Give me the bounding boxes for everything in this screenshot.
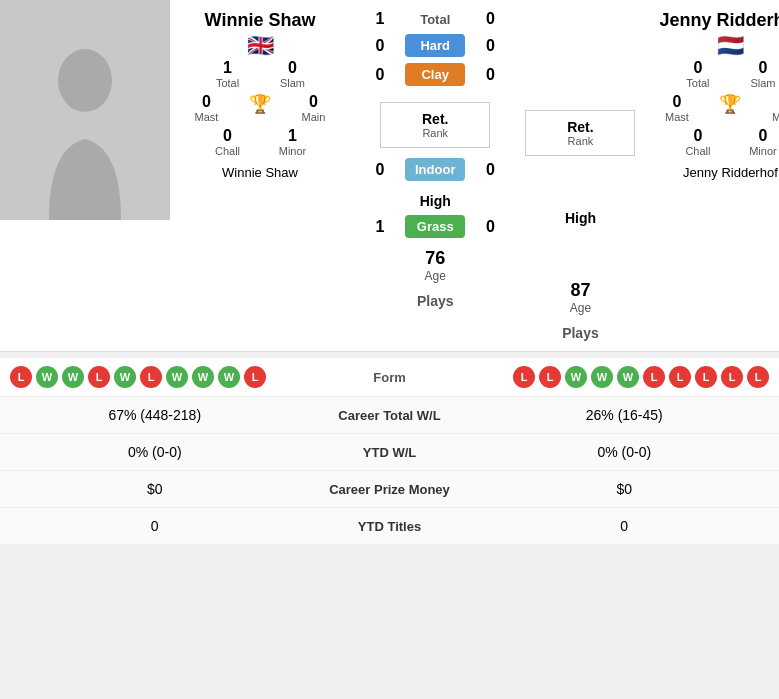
player2-info: Jenny Ridderhof 🇳🇱 0 Total 0 Slam 0 Mast… (640, 0, 779, 351)
grass-btn[interactable]: Grass (405, 215, 465, 238)
hard-row: 0 Hard 0 (355, 34, 515, 57)
total-label: Total (405, 12, 465, 27)
player1-rank-value: Ret. (401, 111, 469, 127)
ytd-wl-left: 0% (0-0) (10, 444, 300, 460)
player1-main-value: 0 (291, 93, 336, 111)
player2-name-bottom: Jenny Ridderhof (683, 165, 778, 180)
player2-age-label: Age (570, 301, 591, 315)
player2-plays: Plays (562, 325, 599, 341)
player1-rank-box: Ret. Rank (380, 102, 490, 148)
player2-trophy-icon: 🏆 (719, 93, 741, 123)
hard-score-right: 0 (465, 37, 515, 55)
indoor-btn[interactable]: Indoor (405, 158, 465, 181)
form-badge-player2: L (643, 366, 665, 388)
player2-main-value: 0 (761, 93, 779, 111)
form-badge-player2: L (695, 366, 717, 388)
ytd-titles-label: YTD Titles (300, 519, 480, 534)
player2-name-header: Jenny Ridderhof (659, 10, 779, 31)
player2-stats-row2: 0 Mast 🏆 0 Main (654, 93, 779, 123)
career-prize-left: $0 (10, 481, 300, 497)
player1-main-label: Main (291, 111, 336, 123)
player1-slam: 0 Slam (270, 59, 315, 89)
player1-mast: 0 Mast (184, 93, 229, 123)
career-wl-right: 26% (16-45) (480, 407, 770, 423)
player2-slam: 0 Slam (740, 59, 779, 89)
player2-stats-row1: 0 Total 0 Slam (675, 59, 779, 89)
indoor-score-left: 0 (355, 161, 405, 179)
form-left: LWWLWLWWWL (10, 366, 330, 388)
player2-flag: 🇳🇱 (716, 37, 744, 55)
player2-slam-value: 0 (740, 59, 779, 77)
career-wl-row: 67% (448-218) Career Total W/L 26% (16-4… (0, 397, 779, 434)
ytd-titles-right: 0 (480, 518, 770, 534)
player1-age-value: 76 (425, 248, 446, 269)
hard-score-left: 0 (355, 37, 405, 55)
form-badge-player2: W (617, 366, 639, 388)
form-badge-player1: W (218, 366, 240, 388)
form-label: Form (330, 370, 450, 385)
grass-score-right: 0 (465, 218, 515, 236)
form-badge-player1: W (36, 366, 58, 388)
player1-chall: 0 Chall (205, 127, 250, 157)
grass-row: 1 Grass 0 (355, 215, 515, 238)
plays-middle: Plays (417, 293, 454, 309)
player2-mast-value: 0 (654, 93, 699, 111)
player1-name-header: Winnie Shaw (205, 10, 316, 31)
middle-stats: 1 Total 0 0 Hard 0 0 Clay 0 Ret. Rank 0 … (350, 0, 520, 351)
player2-stats-row3: 0 Chall 0 Minor (675, 127, 779, 157)
form-badge-player1: W (114, 366, 136, 388)
career-prize-label: Career Prize Money (300, 482, 480, 497)
player2-name-text: Jenny Ridderhof (659, 10, 779, 30)
age-box-middle: 76 Age (425, 248, 446, 283)
clay-score-right: 0 (465, 66, 515, 84)
player2-main-label: Main (761, 111, 779, 123)
hard-btn[interactable]: Hard (405, 34, 465, 57)
grass-score-left: 1 (355, 218, 405, 236)
total-row: 1 Total 0 (355, 10, 515, 28)
player2-rank-label: Rank (546, 135, 614, 147)
player1-total-label: Total (205, 77, 250, 89)
ytd-titles-left: 0 (10, 518, 300, 534)
player1-info: Winnie Shaw 🇬🇧 1 Total 0 Slam 0 Mast 🏆 0… (170, 0, 350, 351)
svg-point-0 (58, 49, 112, 112)
ytd-wl-row: 0% (0-0) YTD W/L 0% (0-0) (0, 434, 779, 471)
player1-rank-label: Rank (401, 127, 469, 139)
player1-chall-label: Chall (205, 145, 250, 157)
form-row: LWWLWLWWWL Form LLWWWLLLLL (0, 358, 779, 397)
form-badge-player2: L (747, 366, 769, 388)
form-badge-player1: L (244, 366, 266, 388)
top-section: Winnie Shaw 🇬🇧 1 Total 0 Slam 0 Mast 🏆 0… (0, 0, 779, 352)
player2-minor: 0 Minor (740, 127, 779, 157)
player1-mast-label: Mast (184, 111, 229, 123)
ytd-wl-right: 0% (0-0) (480, 444, 770, 460)
high-label-middle: High (420, 193, 451, 209)
player1-flag: 🇬🇧 (246, 37, 274, 55)
player2-middle-stats: Ret. Rank High 87 Age Plays (520, 0, 640, 351)
player1-total: 1 Total (205, 59, 250, 89)
total-score-right: 0 (465, 10, 515, 28)
player1-minor-value: 1 (270, 127, 315, 145)
form-right: LLWWWLLLLL (450, 366, 770, 388)
ytd-wl-label: YTD W/L (300, 445, 480, 460)
player2-slam-label: Slam (740, 77, 779, 89)
form-badge-player2: W (565, 366, 587, 388)
form-badge-player1: W (166, 366, 188, 388)
form-badge-player1: L (10, 366, 32, 388)
high-row-middle: High (420, 189, 451, 213)
player2-total-label: Total (675, 77, 720, 89)
career-wl-left: 67% (448-218) (10, 407, 300, 423)
player2-mast: 0 Mast (654, 93, 699, 123)
player2-minor-label: Minor (740, 145, 779, 157)
player1-age-label: Age (425, 269, 446, 283)
player1-photo (0, 0, 170, 220)
player1-total-value: 1 (205, 59, 250, 77)
clay-btn[interactable]: Clay (405, 63, 465, 86)
player2-chall: 0 Chall (675, 127, 720, 157)
player2-total-value: 0 (675, 59, 720, 77)
career-prize-row: $0 Career Prize Money $0 (0, 471, 779, 508)
player1-mast-value: 0 (184, 93, 229, 111)
player1-name-bottom: Winnie Shaw (222, 165, 298, 180)
form-badge-player1: W (62, 366, 84, 388)
ytd-titles-row: 0 YTD Titles 0 (0, 508, 779, 545)
career-wl-label: Career Total W/L (300, 408, 480, 423)
